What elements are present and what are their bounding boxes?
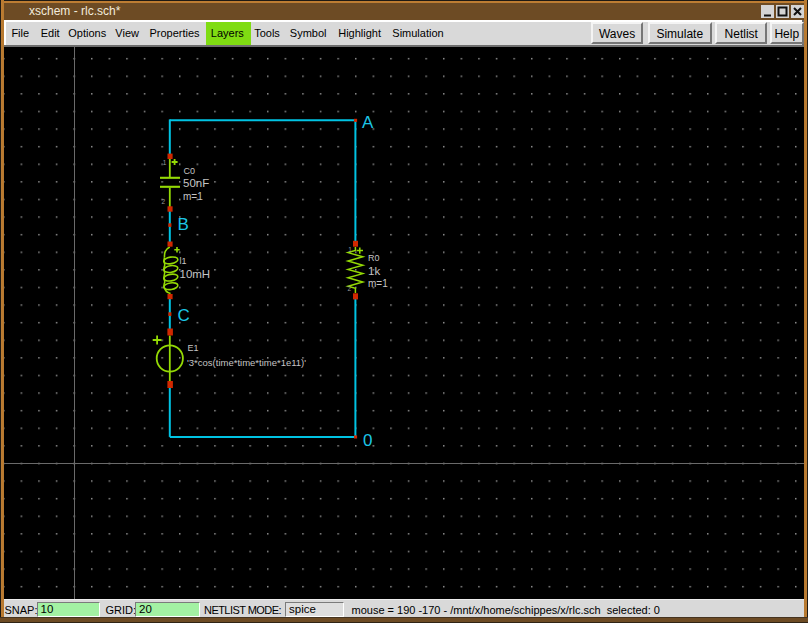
svg-text:'3*cos(time*time*time*1e11)': '3*cos(time*time*time*1e11)' [187,357,306,368]
svg-text:A: A [362,113,374,132]
svg-text:R0: R0 [368,253,380,263]
svg-text:50nF: 50nF [183,177,209,189]
svg-text:C: C [177,306,189,325]
svg-text:l1: l1 [180,256,187,266]
svg-text:0: 0 [363,431,372,450]
svg-text:1: 1 [348,246,352,253]
svg-text:m=1: m=1 [368,278,388,289]
svg-text:1: 1 [163,159,167,166]
svg-text:m=1: m=1 [183,191,203,202]
svg-text:2: 2 [162,198,166,205]
svg-text:10mH: 10mH [180,268,211,280]
svg-text:B: B [178,215,189,234]
svg-text:C0: C0 [184,166,196,176]
svg-text:1k: 1k [368,265,380,277]
svg-text:E1: E1 [188,343,199,353]
svg-text:2: 2 [348,285,352,292]
